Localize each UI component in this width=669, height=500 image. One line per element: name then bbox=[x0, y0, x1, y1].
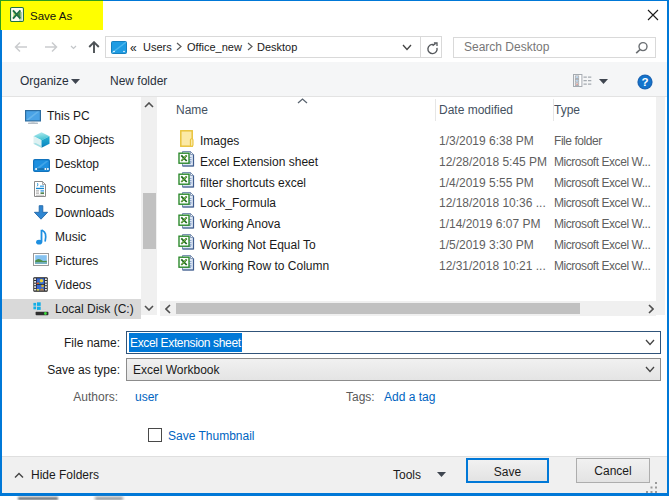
svg-text:?: ? bbox=[641, 76, 648, 88]
